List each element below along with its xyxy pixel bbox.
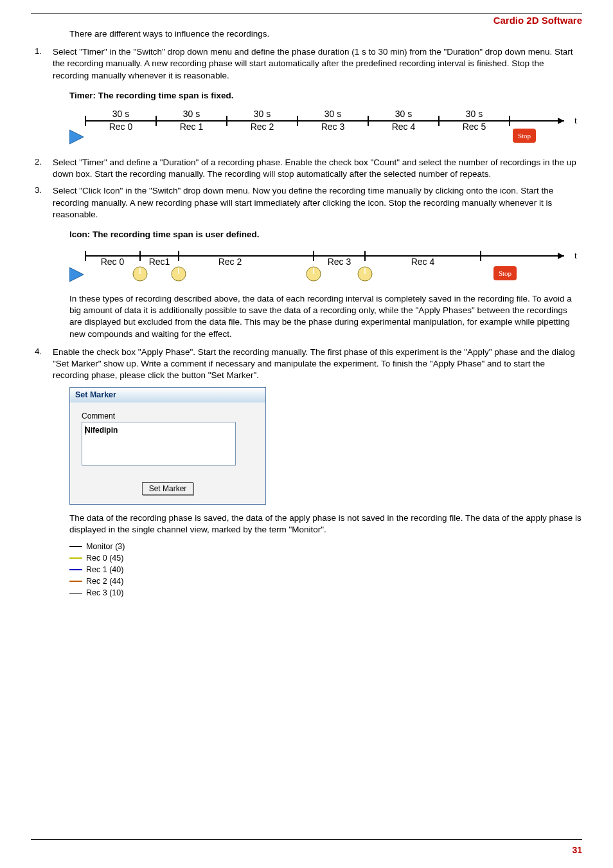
svg-text:Rec 4: Rec 4 xyxy=(411,257,435,267)
comment-value: Nifedipin xyxy=(85,426,118,435)
svg-text:Rec 3: Rec 3 xyxy=(328,257,351,267)
svg-text:Rec 2: Rec 2 xyxy=(251,122,274,132)
comment-label: Comment xyxy=(82,411,254,420)
page-header-title: Cardio 2D Software xyxy=(31,15,582,26)
svg-text:Stop: Stop xyxy=(499,269,512,277)
timer-diagram: 30 s 30 s 30 s 30 s 30 s 30 s t Rec 0 Re… xyxy=(69,109,583,145)
svg-text:Rec 4: Rec 4 xyxy=(392,122,416,132)
legend-item: Rec 1 (40) xyxy=(69,564,140,575)
svg-text:30 s: 30 s xyxy=(183,109,200,119)
svg-text:30 s: 30 s xyxy=(395,109,412,119)
paragraph-above-4: In these types of recording described ab… xyxy=(69,293,582,340)
legend-item: Monitor (3) xyxy=(69,541,140,552)
legend-label: Rec 1 (40) xyxy=(86,564,123,575)
legend-swatch xyxy=(69,581,82,582)
svg-marker-39 xyxy=(69,267,84,282)
section-heading-icon: Icon: The recording time span is user de… xyxy=(69,230,582,239)
legend-swatch xyxy=(69,593,82,594)
legend-swatch xyxy=(69,557,82,559)
list-number: 1. xyxy=(31,46,53,82)
legend-item: Rec 3 (10) xyxy=(69,587,140,599)
list-item-text: Select "Timer" and define a "Duration" o… xyxy=(53,157,582,180)
svg-text:30 s: 30 s xyxy=(466,109,483,119)
page-number: 31 xyxy=(572,845,582,855)
legend-item: Rec 0 (45) xyxy=(69,552,140,564)
legend-label: Rec 2 (44) xyxy=(86,575,123,587)
svg-text:Rec1: Rec1 xyxy=(149,257,170,267)
svg-text:Rec 0: Rec 0 xyxy=(101,257,125,267)
svg-text:Stop: Stop xyxy=(518,132,531,140)
legend-label: Monitor (3) xyxy=(86,541,125,552)
list-item-text: Select "Click Icon" in the "Switch" drop… xyxy=(53,185,582,221)
svg-text:30 s: 30 s xyxy=(324,109,341,119)
list-number: 2. xyxy=(31,157,53,180)
click-icon xyxy=(133,267,372,281)
svg-text:Rec 0: Rec 0 xyxy=(109,122,133,132)
paragraph-after-dialog: The data of the recording phase is saved… xyxy=(69,512,582,536)
list-number: 3. xyxy=(31,185,53,221)
list-item-text: Enable the check box "Apply Phase". Star… xyxy=(53,347,582,382)
legend-swatch xyxy=(69,546,82,547)
svg-marker-7 xyxy=(558,118,564,124)
set-marker-button[interactable]: Set Marker xyxy=(142,482,194,495)
list-item-text: Select "Timer" in the "Switch" drop down… xyxy=(53,46,582,82)
dialog-title: Set Marker xyxy=(70,388,265,402)
svg-text:Rec 2: Rec 2 xyxy=(218,257,242,267)
svg-text:Rec 3: Rec 3 xyxy=(321,122,345,132)
legend-label: Rec 3 (10) xyxy=(86,587,123,599)
svg-text:t: t xyxy=(574,116,577,125)
svg-text:30 s: 30 s xyxy=(112,109,129,119)
svg-marker-26 xyxy=(558,253,564,259)
legend-label: Rec 0 (45) xyxy=(86,552,123,564)
legend-swatch xyxy=(69,569,82,570)
comment-input[interactable]: Nifedipin xyxy=(82,422,236,466)
intro-text: There are different ways to influence th… xyxy=(69,28,582,40)
svg-text:t: t xyxy=(574,251,577,260)
legend-item: Rec 2 (44) xyxy=(69,575,140,587)
set-marker-dialog: Set Marker Comment Nifedipin Set Marker xyxy=(69,387,266,505)
icon-diagram: t Rec 0 Rec1 Rec 2 Rec 3 Rec 4 xyxy=(69,248,583,284)
recording-legend: Monitor (3) Rec 0 (45) Rec 1 (40) Rec 2 … xyxy=(69,541,140,599)
svg-marker-22 xyxy=(69,130,84,144)
section-heading-timer: Timer: The recording time span is fixed. xyxy=(69,91,582,100)
list-number: 4. xyxy=(31,347,53,382)
svg-text:Rec 5: Rec 5 xyxy=(463,122,486,132)
svg-text:30 s: 30 s xyxy=(254,109,271,119)
svg-text:Rec 1: Rec 1 xyxy=(180,122,204,132)
